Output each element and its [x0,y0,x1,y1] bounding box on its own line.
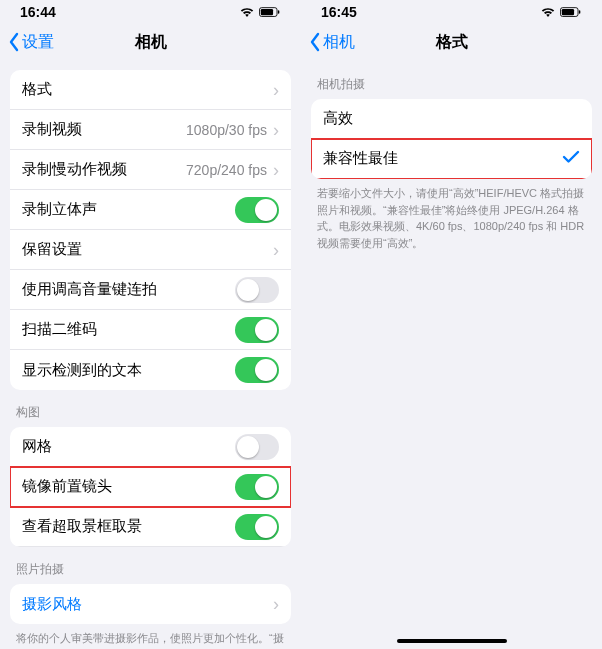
wifi-icon [540,7,556,18]
settings-group-1: 格式 › 录制视频 1080p/30 fps› 录制慢动作视频 720p/240… [10,70,291,390]
status-time: 16:44 [20,4,56,20]
back-label: 相机 [323,32,355,53]
camera-settings-screen: 16:44 设置 相机 格式 › 录制视频 1080p/30 fps› 录制慢动… [0,0,301,649]
toggle-scan-qr[interactable] [235,317,279,343]
battery-icon [259,7,281,18]
row-label: 录制慢动作视频 [22,160,127,179]
chevron-left-icon [309,32,321,52]
row-label: 录制视频 [22,120,82,139]
toggle-detect-text[interactable] [235,357,279,383]
row-label: 摄影风格 [22,595,82,614]
chevron-right-icon: › [273,161,279,179]
row-label: 使用调高音量键连拍 [22,280,157,299]
back-button[interactable]: 设置 [0,32,54,53]
wifi-icon [239,7,255,18]
toggle-mirror-front[interactable] [235,474,279,500]
row-most-compatible[interactable]: 兼容性最佳 [311,139,592,179]
row-grid[interactable]: 网格 [10,427,291,467]
row-label: 镜像前置镜头 [22,477,112,496]
row-mirror-front[interactable]: 镜像前置镜头 [10,467,291,507]
row-scan-qr[interactable]: 扫描二维码 [10,310,291,350]
chevron-right-icon: › [273,241,279,259]
row-label: 网格 [22,437,52,456]
status-icons [540,7,582,18]
settings-group-photo: 摄影风格 › [10,584,291,624]
navigation-bar: 设置 相机 [0,20,301,64]
format-settings-screen: 16:45 相机 格式 相机拍摄 高效 兼容性最佳 若要缩 [301,0,602,649]
row-photographic-styles[interactable]: 摄影风格 › [10,584,291,624]
content: 相机拍摄 高效 兼容性最佳 若要缩小文件大小，请使用“高效”HEIF/HEVC … [301,64,602,649]
status-bar: 16:45 [301,0,602,20]
row-view-outside-frame[interactable]: 查看超取景框取景 [10,507,291,547]
toggle-view-outside-frame[interactable] [235,514,279,540]
chevron-right-icon: › [273,81,279,99]
row-format[interactable]: 格式 › [10,70,291,110]
row-preserve-settings[interactable]: 保留设置 › [10,230,291,270]
checkmark-icon [562,148,580,169]
row-label: 显示检测到的文本 [22,361,142,380]
back-button[interactable]: 相机 [301,32,355,53]
status-bar: 16:44 [0,0,301,20]
svg-rect-5 [579,10,580,14]
row-volume-burst[interactable]: 使用调高音量键连拍 [10,270,291,310]
content: 格式 › 录制视频 1080p/30 fps› 录制慢动作视频 720p/240… [0,64,301,649]
footnote: 若要缩小文件大小，请使用“高效”HEIF/HEVC 格式拍摄照片和视频。“兼容性… [301,179,602,251]
row-label: 扫描二维码 [22,320,97,339]
toggle-volume-burst[interactable] [235,277,279,303]
row-label: 高效 [323,109,353,128]
svg-rect-2 [278,10,279,14]
row-label: 兼容性最佳 [323,149,398,168]
footnote: 将你的个人审美带进摄影作品，使照片更加个性化。“摄影风格”使用先进的场景理解技术… [0,624,301,649]
section-header-composition: 构图 [0,390,301,427]
settings-group-composition: 网格 镜像前置镜头 查看超取景框取景 [10,427,291,547]
chevron-right-icon: › [273,595,279,613]
toggle-stereo[interactable] [235,197,279,223]
status-time: 16:45 [321,4,357,20]
format-options-group: 高效 兼容性最佳 [311,99,592,179]
home-indicator [397,639,507,643]
chevron-left-icon [8,32,20,52]
row-label: 录制立体声 [22,200,97,219]
chevron-right-icon: › [273,121,279,139]
row-record-slomo[interactable]: 录制慢动作视频 720p/240 fps› [10,150,291,190]
battery-icon [560,7,582,18]
row-high-efficiency[interactable]: 高效 [311,99,592,139]
toggle-grid[interactable] [235,434,279,460]
row-label: 格式 [22,80,52,99]
section-header-capture: 相机拍摄 [301,70,602,99]
row-label: 查看超取景框取景 [22,517,142,536]
navigation-bar: 相机 格式 [301,20,602,64]
row-label: 保留设置 [22,240,82,259]
row-stereo[interactable]: 录制立体声 [10,190,291,230]
row-record-video[interactable]: 录制视频 1080p/30 fps› [10,110,291,150]
section-header-photo: 照片拍摄 [0,547,301,584]
svg-rect-4 [562,8,574,14]
svg-rect-1 [261,8,273,14]
row-detect-text[interactable]: 显示检测到的文本 [10,350,291,390]
status-icons [239,7,281,18]
back-label: 设置 [22,32,54,53]
